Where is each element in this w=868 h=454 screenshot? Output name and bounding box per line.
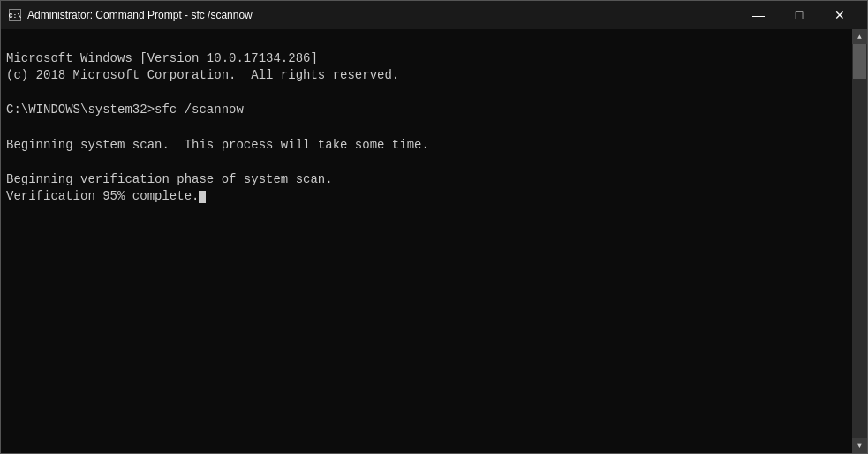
line-1: Microsoft Windows [Version 10.0.17134.28…	[6, 51, 318, 65]
title-bar-left: C:\ Administrator: Command Prompt - sfc …	[8, 8, 253, 22]
scrollbar-track[interactable]	[852, 44, 867, 438]
line-6: Beginning system scan. This process will…	[6, 138, 429, 152]
scrollbar-up-button[interactable]: ▲	[852, 29, 867, 44]
title-bar: C:\ Administrator: Command Prompt - sfc …	[1, 1, 867, 29]
window-title: Administrator: Command Prompt - sfc /sca…	[27, 9, 253, 21]
cursor-blink	[199, 191, 206, 203]
close-button[interactable]: ✕	[819, 1, 860, 29]
scrollbar-down-button[interactable]: ▼	[852, 438, 867, 453]
cmd-app-icon: C:\	[8, 8, 22, 22]
minimize-button[interactable]: —	[738, 1, 779, 29]
cmd-icon-graphic: C:\	[9, 9, 21, 21]
line-2: (c) 2018 Microsoft Corporation. All righ…	[6, 68, 399, 82]
scrollbar[interactable]: ▲ ▼	[852, 29, 867, 453]
console-output[interactable]: Microsoft Windows [Version 10.0.17134.28…	[1, 29, 852, 453]
maximize-button[interactable]: □	[779, 1, 819, 29]
title-bar-controls: — □ ✕	[738, 1, 860, 29]
line-8: Beginning verification phase of system s…	[6, 172, 333, 186]
line-9: Verification 95% complete.	[6, 189, 206, 203]
command-prompt-window: C:\ Administrator: Command Prompt - sfc …	[0, 0, 868, 454]
console-area: Microsoft Windows [Version 10.0.17134.28…	[1, 29, 867, 453]
line-4: C:\WINDOWS\system32>sfc /scannow	[6, 102, 244, 117]
scrollbar-thumb[interactable]	[853, 44, 866, 79]
